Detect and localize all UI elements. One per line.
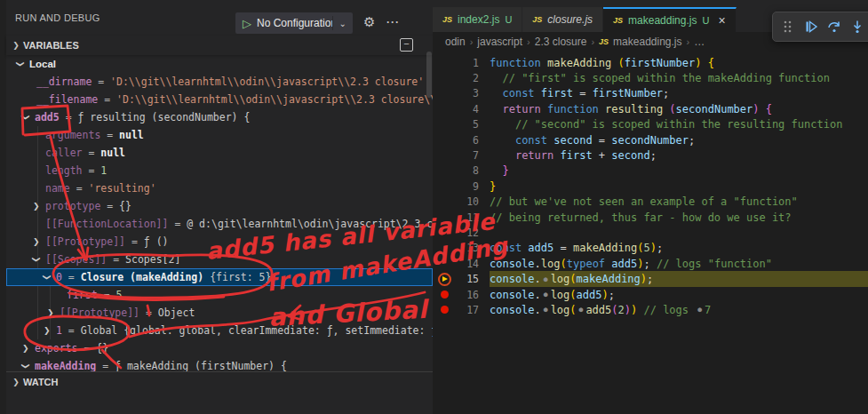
tree-row[interactable]: ❯add5 = ƒ resulting (secondNumber) {	[6, 108, 433, 126]
start-debug-icon[interactable]: ▷	[243, 18, 251, 29]
debug-config-label: No Configurations	[257, 17, 332, 29]
code-line-12[interactable]: 12	[433, 225, 868, 240]
token-ctrl: return	[515, 149, 553, 162]
line-number: 2	[456, 72, 479, 84]
chevron-down-icon[interactable]: ❯	[17, 362, 35, 370]
breadcrumb-item[interactable]: makeadding.js	[613, 36, 681, 48]
tree-row[interactable]: ❯[[Scopes]] = Scopes[2]	[6, 251, 433, 268]
step-over-icon[interactable]	[826, 19, 842, 35]
step-into-icon[interactable]	[849, 19, 865, 35]
code-line-2[interactable]: 2 // "first" is scoped within the makeAd…	[433, 70, 868, 85]
token-num: 1	[100, 164, 107, 177]
tab-makeadding-js[interactable]: JSmakeadding.jsU×	[603, 7, 737, 32]
code-line-text: // "first" is scoped within the makeAddi…	[490, 70, 868, 85]
drag-handle-icon[interactable]	[780, 19, 796, 35]
chevron-right-icon[interactable]: ❯	[33, 233, 40, 251]
tree-row[interactable]: __filename = 'D:\\git\\learnhtml\\odin\\…	[6, 91, 433, 108]
tree-row[interactable]: arguments = null	[6, 126, 433, 144]
breadcrumb-item[interactable]: javascript	[477, 36, 522, 48]
tree-row[interactable]: ❯Local	[6, 55, 433, 73]
collapse-all-icon[interactable]: −	[400, 38, 413, 52]
tree-row[interactable]: ❯prototype = {}	[6, 197, 433, 215]
code-line-1[interactable]: 1function makeAdding (firstNumber) {	[433, 55, 868, 70]
debug-config-dropdown[interactable]: ▷ No Configurations ⌄	[235, 12, 353, 34]
code-line-6[interactable]: 6 const second = secondNumber;	[433, 132, 868, 147]
sidebar-scrollbar[interactable]	[426, 52, 432, 98]
code-line-11[interactable]: 11// being returned, thus far - how do w…	[433, 210, 868, 225]
token-p1: )	[641, 273, 647, 285]
chevron-right-icon[interactable]: ❯	[22, 339, 29, 357]
token-pln	[490, 72, 502, 84]
code-line-13[interactable]: 13const add5 = makeAdding(5);	[433, 241, 868, 256]
token-pln	[490, 118, 515, 131]
tree-row[interactable]: ❯[[Prototype]] = Object	[6, 304, 433, 322]
tree-row[interactable]: [[FunctionLocation]] = @ d:\git\learnhtm…	[6, 215, 433, 233]
close-icon[interactable]: ×	[718, 14, 725, 27]
tree-row[interactable]: ❯1 = Global {global: global, clearImmedi…	[6, 322, 433, 339]
token-p1: (	[618, 57, 625, 69]
gear-icon[interactable]: ⚙	[363, 15, 375, 28]
tree-row-selected[interactable]: ❯0 = Closure (makeAdding) {first: 5}	[6, 268, 433, 286]
tree-row[interactable]: name = 'resulting'	[6, 179, 433, 197]
breakpoint-icon[interactable]	[433, 291, 456, 299]
chevron-right-icon[interactable]: ❯	[47, 304, 54, 322]
code-line-14[interactable]: 14console.log(typeof add5); // logs "fun…	[433, 256, 868, 271]
tree-row-text: __dirname = 'D:\\git\\learnhtml\\odin\\j…	[36, 73, 424, 91]
code-line-7[interactable]: 7 return first + second;	[433, 147, 868, 163]
token-com: // being returned, thus far - how do we …	[490, 211, 792, 224]
watch-section-label: WATCH	[23, 377, 59, 387]
token-p1: )	[601, 289, 608, 301]
tab-index2-js[interactable]: JSindex2.jsU	[433, 7, 522, 32]
tree-row[interactable]: caller = null	[6, 144, 433, 162]
tab-closure-js[interactable]: JSclosure.js	[522, 7, 603, 32]
code-line-9[interactable]: 9}	[433, 179, 868, 194]
more-actions-icon[interactable]: ···	[386, 17, 400, 28]
token-tn: 1	[56, 324, 62, 337]
tree-row[interactable]: first = 5	[6, 286, 433, 304]
tree-row-text: prototype = {}	[45, 197, 131, 215]
token-tn: __dirname	[36, 76, 92, 88]
tree-row[interactable]: ❯[[Prototype]] = ƒ ()	[6, 233, 433, 251]
tree-row[interactable]: length = 1	[6, 162, 433, 179]
continue-icon[interactable]	[803, 19, 819, 35]
line-number: 8	[456, 164, 479, 177]
breadcrumb-item[interactable]: odin	[445, 36, 466, 48]
chevron-down-icon[interactable]: ❯	[12, 60, 29, 68]
token-fn: log	[551, 273, 570, 285]
code-line-17[interactable]: 17console.●log(●add5(2)) // logs ●7	[433, 302, 868, 317]
token-dot: ●	[579, 306, 584, 314]
token-tnd: [[Scopes]]	[45, 253, 107, 266]
token-tn: __filename	[36, 93, 98, 106]
chevron-down-icon[interactable]: ❯	[17, 114, 35, 121]
variables-section-header[interactable]: ❯ VARIABLES	[6, 36, 433, 55]
breadcrumb-item[interactable]: …	[694, 36, 705, 48]
chevron-down-icon[interactable]: ❯	[9, 41, 23, 50]
breadcrumb-item[interactable]: 2.3 closure	[535, 36, 587, 48]
tree-row[interactable]: ❯makeAdding = ƒ makeAdding (firstNumber)…	[6, 357, 433, 371]
chevron-down-icon[interactable]: ❯	[28, 256, 45, 263]
token-p2: )	[625, 304, 631, 316]
watch-section-header[interactable]: ❯ WATCH	[6, 371, 433, 392]
code-editor[interactable]: 1function makeAdding (firstNumber) {2 //…	[433, 52, 868, 414]
code-line-8[interactable]: 8 }	[433, 163, 868, 179]
code-line-10[interactable]: 10// but we've not seen an example of a …	[433, 195, 868, 210]
tree-row[interactable]: ❯exports = {}	[6, 339, 433, 357]
chevron-down-icon[interactable]: ❯	[38, 274, 56, 281]
code-line-16[interactable]: 16console.●log(add5);	[433, 287, 868, 302]
code-line-5[interactable]: 5 // "second" is scoped within the resul…	[433, 117, 868, 132]
chevron-down-icon[interactable]: ⌄	[332, 16, 353, 30]
token-eq: =	[92, 76, 110, 88]
chevron-down-icon[interactable]: ❯	[9, 378, 23, 386]
code-line-4[interactable]: 4 return function resulting (secondNumbe…	[433, 101, 868, 116]
chevron-right-icon[interactable]: ❯	[44, 322, 51, 339]
token-p1: {	[708, 57, 714, 69]
token-pln: .	[535, 273, 541, 285]
code-line-text: function makeAdding (firstNumber) {	[490, 55, 868, 70]
token-fn: resulting	[605, 103, 663, 115]
current-breakpoint-icon[interactable]	[433, 273, 456, 286]
chevron-right-icon[interactable]: ❯	[33, 197, 40, 215]
code-line-15[interactable]: 15console.●log(makeAdding);	[433, 271, 868, 286]
breakpoint-icon[interactable]	[433, 306, 456, 314]
tree-row[interactable]: __dirname = 'D:\\git\\learnhtml\\odin\\j…	[6, 73, 433, 91]
code-line-3[interactable]: 3 const first = firstNumber;	[433, 86, 868, 101]
